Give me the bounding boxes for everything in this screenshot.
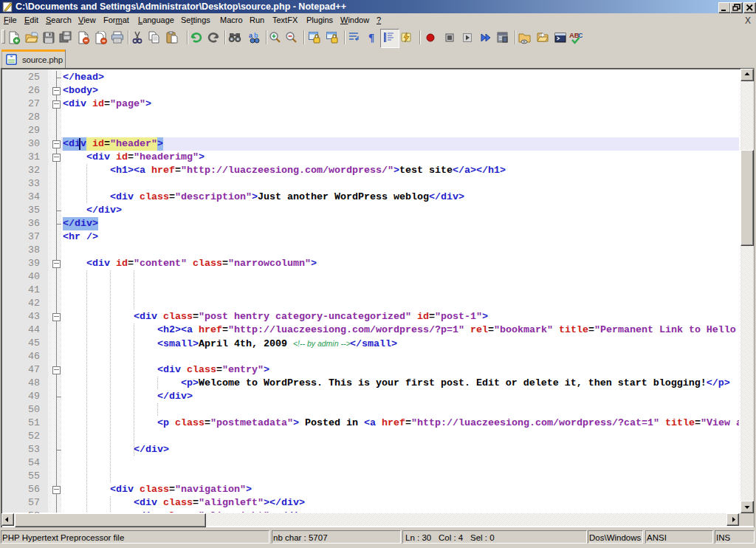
svg-text:b: b <box>254 32 258 39</box>
svg-text:a: a <box>249 32 253 39</box>
svg-text:¶: ¶ <box>368 32 374 44</box>
